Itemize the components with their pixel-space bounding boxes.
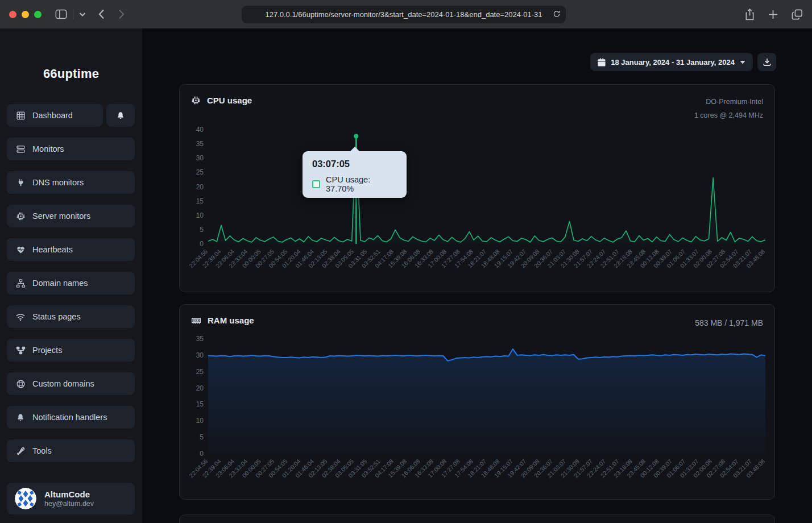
calendar-icon <box>598 58 606 67</box>
forward-button[interactable] <box>118 9 125 19</box>
reload-icon[interactable] <box>553 10 561 20</box>
y-axis-label: 15 <box>196 197 204 205</box>
ram-usage-card: RAM usage 583 MB / 1,971 MB 353025201510… <box>179 304 775 500</box>
bell-icon <box>116 111 125 121</box>
sidebar-item-projects[interactable]: Projects <box>7 339 135 362</box>
sidebar-item-label: Dashboard <box>32 111 73 120</box>
y-axis-label: 5 <box>200 433 204 441</box>
y-axis-label: 20 <box>196 183 204 191</box>
divider <box>73 9 73 19</box>
y-axis-label: 5 <box>200 226 204 234</box>
cpu-card-title: CPU usage <box>207 96 252 105</box>
y-axis-label: 35 <box>196 140 204 148</box>
sidebar-item-label: DNS monitors <box>32 178 84 187</box>
heart-pulse-icon <box>15 245 26 255</box>
server-icon <box>15 144 26 154</box>
grid-icon <box>15 111 26 121</box>
ram-total: 583 MB / 1,971 MB <box>695 316 763 331</box>
sidebar-item-tools[interactable]: Tools <box>7 439 135 462</box>
sidebar-item-domain-names[interactable]: Domain names <box>7 272 135 294</box>
export-button[interactable] <box>757 53 776 71</box>
ram-usage-area <box>208 349 765 454</box>
y-axis-label: 10 <box>196 211 204 219</box>
traffic-lights <box>9 11 42 18</box>
user-email: hey@altum.dev <box>44 500 94 508</box>
sidebar-row-domain-names: Domain names <box>7 272 135 294</box>
date-range-label: 18 January, 2024 - 31 January, 2024 <box>611 58 735 67</box>
close-window-button[interactable] <box>9 11 16 18</box>
address-bar[interactable]: 127.0.0.1/66uptime/server-monitor/3&star… <box>242 6 566 23</box>
tools-icon <box>15 446 26 456</box>
sidebar-row-dashboard: Dashboard <box>7 104 135 127</box>
browser-toolbar: 127.0.0.1/66uptime/server-monitor/3&star… <box>0 0 812 28</box>
sidebar-item-label: Projects <box>32 346 62 355</box>
download-icon <box>763 58 771 66</box>
sidebar-item-label: Custom domains <box>32 379 94 388</box>
sidebar-item-label: Tools <box>32 446 52 455</box>
y-axis-label: 10 <box>196 417 204 425</box>
maximize-window-button[interactable] <box>34 11 42 18</box>
user-card[interactable]: AltumCode hey@altum.dev <box>7 483 135 514</box>
caret-down-icon <box>740 60 745 64</box>
sidebar-item-status-pages[interactable]: Status pages <box>7 305 135 328</box>
sidebar-item-label: Domain names <box>32 279 88 288</box>
y-axis-label: 30 <box>196 351 204 359</box>
cpu-model: DO-Premium-Intel <box>694 96 763 109</box>
cpu-usage-area <box>208 136 765 244</box>
y-axis-label: 30 <box>196 154 204 162</box>
sidebar-row-tools: Tools <box>7 439 135 462</box>
cpu-usage-line <box>208 136 765 242</box>
sitemap-icon <box>15 279 26 288</box>
sidebar-item-monitors[interactable]: Monitors <box>7 138 135 160</box>
sidebar-item-label: Server monitors <box>32 211 90 221</box>
dashboard-notifications-button[interactable] <box>106 104 135 127</box>
cpu-chart[interactable]: 403530252015105022:04:5622:39:0423:06:04… <box>180 123 776 292</box>
user-name: AltumCode <box>44 489 94 500</box>
tab-overview-icon[interactable] <box>792 9 803 20</box>
y-axis-label: 0 <box>200 450 204 458</box>
memory-icon <box>191 316 201 325</box>
plug-icon <box>15 178 26 188</box>
sidebar-item-dashboard[interactable]: Dashboard <box>7 104 103 127</box>
y-axis-label: 0 <box>200 240 204 248</box>
sidebar-row-projects: Projects <box>7 339 135 362</box>
y-axis-label: 25 <box>196 368 204 376</box>
diagram-icon <box>15 346 26 355</box>
url-text: 127.0.0.1/66uptime/server-monitor/3&star… <box>265 10 542 19</box>
chart-tooltip: 03:07:05 CPU usage: 37.70% <box>303 151 407 198</box>
date-range-picker[interactable]: 18 January, 2024 - 31 January, 2024 <box>590 53 753 71</box>
sidebar-row-dns-monitors: DNS monitors <box>7 171 135 194</box>
ram-card-title: RAM usage <box>208 316 254 325</box>
sidebar-item-server-monitors[interactable]: Server monitors <box>7 205 135 227</box>
sidebar-item-notification-handlers[interactable]: Notification handlers <box>7 406 135 429</box>
sidebar: 66uptime DashboardMonitorsDNS monitorsSe… <box>0 28 142 523</box>
minimize-window-button[interactable] <box>22 11 29 18</box>
sidebar-item-label: Monitors <box>32 144 64 153</box>
sidebar-item-dns-monitors[interactable]: DNS monitors <box>7 171 135 194</box>
sidebar-item-label: Heartbeats <box>32 245 73 254</box>
sidebar-row-server-monitors: Server monitors <box>7 205 135 227</box>
sidebar-item-custom-domains[interactable]: Custom domains <box>7 372 135 395</box>
tooltip-value: CPU usage: 37.70% <box>326 175 397 193</box>
y-axis-label: 35 <box>196 335 204 343</box>
sidebar-row-monitors: Monitors <box>7 138 135 160</box>
new-tab-icon[interactable] <box>768 10 778 19</box>
back-button[interactable] <box>98 9 105 19</box>
main-content: 18 January, 2024 - 31 January, 2024 CPU … <box>142 28 812 523</box>
partial-card <box>179 514 775 523</box>
sidebar-item-label: Status pages <box>32 312 81 321</box>
microchip-icon <box>191 96 201 105</box>
app-logo: 66uptime <box>0 28 142 81</box>
y-axis-label: 15 <box>196 400 204 408</box>
y-axis-label: 40 <box>196 126 204 134</box>
sidebar-item-heartbeats[interactable]: Heartbeats <box>7 238 135 261</box>
ram-chart[interactable]: 3530252015105022:04:5622:39:0423:06:0423… <box>180 333 776 499</box>
y-axis-label: 20 <box>196 384 204 392</box>
sidebar-row-notification-handlers: Notification handlers <box>7 406 135 429</box>
sidebar-toggle-icon[interactable] <box>55 9 67 19</box>
chevron-down-icon[interactable] <box>79 12 86 16</box>
share-icon[interactable] <box>745 9 755 20</box>
sidebar-row-heartbeats: Heartbeats <box>7 238 135 261</box>
y-axis-label: 25 <box>196 168 204 176</box>
sidebar-row-status-pages: Status pages <box>7 305 135 328</box>
